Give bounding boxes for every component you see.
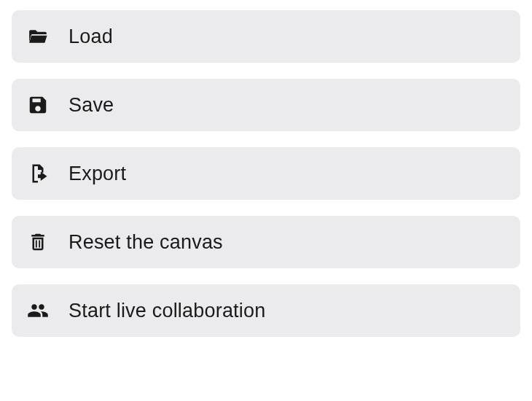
users-icon (26, 299, 50, 322)
menu-list: Load Save Export Reset the canvas Start … (12, 10, 520, 337)
menu-item-reset-canvas[interactable]: Reset the canvas (12, 216, 520, 268)
menu-item-export[interactable]: Export (12, 147, 520, 200)
trash-icon (26, 230, 50, 254)
folder-open-icon (26, 25, 50, 48)
menu-item-label: Reset the canvas (69, 231, 223, 254)
export-icon (26, 162, 50, 185)
menu-item-save[interactable]: Save (12, 79, 520, 131)
menu-item-label: Start live collaboration (69, 300, 265, 322)
menu-item-load[interactable]: Load (12, 10, 520, 63)
menu-item-label: Save (69, 94, 114, 117)
menu-item-label: Export (69, 163, 126, 185)
save-icon (26, 93, 50, 117)
menu-item-live-collaboration[interactable]: Start live collaboration (12, 284, 520, 337)
menu-item-label: Load (69, 26, 113, 48)
